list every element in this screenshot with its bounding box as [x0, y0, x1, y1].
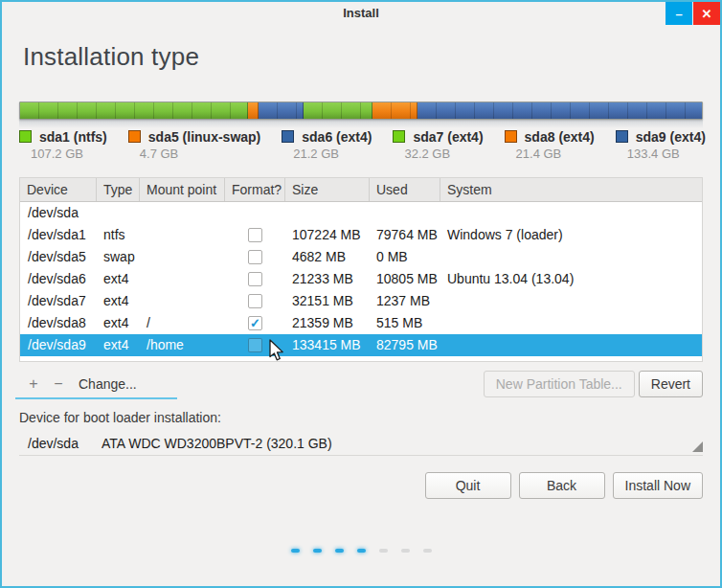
cell-device: /dev/sda6: [20, 268, 97, 290]
cell-size: 4682 MB: [285, 246, 370, 268]
table-row-dev-sda[interactable]: /dev/sda: [20, 202, 702, 224]
cell-type: ext4: [97, 290, 140, 312]
disk-legend: sda1 (ntfs)107.2 GBsda5 (linux-swap)4.7 …: [19, 128, 703, 161]
progress-dot-inactive: [401, 549, 410, 553]
cell-system: [440, 202, 702, 224]
boot-device-description: ATA WDC WD3200BPVT-2 (320.1 GB): [102, 436, 332, 451]
table-row-dev-sda5[interactable]: /dev/sda5swap4682 MB0 MB: [20, 246, 702, 268]
cell-used: 515 MB: [370, 312, 440, 334]
disk-segment-sda8: [372, 102, 418, 119]
table-row-dev-sda1[interactable]: /dev/sda1ntfs107224 MB79764 MBWindows 7 …: [20, 224, 702, 246]
cell-device: /dev/sda: [20, 202, 97, 224]
cell-size: 133415 MB: [285, 334, 370, 356]
boot-device-select[interactable]: /dev/sda ATA WDC WD3200BPVT-2 (320.1 GB): [19, 431, 703, 456]
cell-used: [370, 202, 440, 224]
progress-dot-inactive: [379, 549, 388, 553]
cell-size: 107224 MB: [285, 224, 370, 246]
cell-used: 0 MB: [370, 246, 440, 268]
format-checkbox-unchecked[interactable]: [248, 228, 262, 242]
cell-size: 21233 MB: [285, 268, 370, 290]
cell-system: [440, 334, 702, 356]
column-header-used[interactable]: Used: [370, 178, 440, 201]
back-button[interactable]: Back: [519, 472, 605, 499]
cell-device: /dev/sda9: [20, 334, 97, 356]
legend-size: 32.2 GB: [404, 147, 483, 161]
table-row-dev-sda9[interactable]: /dev/sda9ext4/home133415 MB82795 MB: [20, 334, 702, 356]
legend-size: 133.4 GB: [627, 147, 706, 161]
progress-dot-active: [291, 549, 300, 553]
column-header-type[interactable]: Type: [97, 178, 140, 201]
close-icon: ✕: [702, 8, 712, 20]
legend-item-sda5: sda5 (linux-swap)4.7 GB: [128, 128, 260, 161]
cell-mount-point: [140, 224, 225, 246]
close-button[interactable]: ✕: [693, 2, 720, 25]
column-header-format[interactable]: Format?: [225, 178, 285, 201]
legend-item-sda7: sda7 (ext4)32.2 GB: [393, 128, 483, 161]
cell-mount-point: [140, 246, 225, 268]
progress-dot-active: [335, 549, 344, 553]
change-button[interactable]: Change...: [71, 372, 145, 396]
legend-color-swatch: [282, 130, 294, 143]
cell-used: 82795 MB: [370, 334, 440, 356]
quit-button[interactable]: Quit: [425, 472, 511, 499]
table-row-dev-sda7[interactable]: /dev/sda7ext432151 MB1237 MB: [20, 290, 702, 312]
window-title: Install: [2, 2, 720, 25]
column-header-device[interactable]: Device: [20, 178, 97, 201]
legend-color-swatch: [393, 130, 405, 143]
boot-device-value: /dev/sda: [28, 436, 79, 451]
column-header-mount-point[interactable]: Mount point: [140, 178, 225, 201]
minimize-button[interactable]: –: [666, 2, 692, 25]
legend-size: 21.2 GB: [293, 147, 372, 161]
cell-used: 79764 MB: [370, 224, 440, 246]
format-checkbox-unchecked[interactable]: [248, 294, 262, 308]
cell-type: [97, 202, 140, 224]
format-checkbox-unchecked[interactable]: [248, 338, 262, 352]
cell-used: 1237 MB: [370, 290, 440, 312]
legend-item-sda6: sda6 (ext4)21.2 GB: [282, 128, 372, 161]
format-checkbox-checked[interactable]: ✓: [248, 316, 262, 330]
legend-color-swatch: [616, 130, 628, 143]
progress-dot-active: [313, 549, 322, 553]
cell-format: [225, 224, 285, 246]
cell-system: Windows 7 (loader): [440, 224, 702, 246]
cell-device: /dev/sda1: [20, 224, 97, 246]
cell-system: [440, 290, 702, 312]
cell-format: [225, 202, 285, 224]
legend-item-sda9: sda9 (ext4)133.4 GB: [616, 128, 706, 161]
cell-system: [440, 246, 702, 268]
table-row-dev-sda6[interactable]: /dev/sda6ext421233 MB10805 MBUbuntu 13.0…: [20, 268, 702, 290]
column-header-size[interactable]: Size: [285, 178, 370, 201]
format-checkbox-unchecked[interactable]: [248, 272, 262, 286]
legend-label: sda1 (ntfs): [39, 129, 107, 145]
table-header-row: DeviceTypeMount pointFormat?SizeUsedSyst…: [20, 178, 702, 202]
column-header-system[interactable]: System: [440, 178, 702, 201]
legend-size: 21.4 GB: [516, 147, 595, 161]
disk-usage-bar-wrap: [19, 102, 703, 128]
cell-mount-point: [140, 290, 225, 312]
progress-dot-active: [357, 549, 366, 553]
cell-mount-point: /: [140, 312, 225, 334]
format-checkbox-unchecked[interactable]: [248, 250, 262, 264]
table-row-dev-sda8[interactable]: /dev/sda8ext4/✓21359 MB515 MB: [20, 312, 702, 334]
cell-size: [285, 202, 370, 224]
remove-partition-button[interactable]: −: [46, 372, 71, 396]
disk-segment-sda7: [304, 102, 372, 119]
cell-type: ntfs: [97, 224, 140, 246]
install-now-button[interactable]: Install Now: [613, 472, 703, 499]
cell-mount-point: /home: [140, 334, 225, 356]
minimize-icon: –: [675, 8, 682, 20]
cell-device: /dev/sda5: [20, 246, 97, 268]
cell-type: ext4: [97, 268, 140, 290]
legend-color-swatch: [19, 130, 32, 143]
legend-label: sda8 (ext4): [525, 129, 595, 145]
cell-type: swap: [97, 246, 140, 268]
legend-label: sda5 (linux-swap): [148, 129, 260, 145]
minus-icon: −: [54, 375, 62, 392]
add-partition-button[interactable]: +: [21, 372, 46, 396]
cell-format: [225, 334, 285, 356]
disk-bar-reflection: [19, 120, 703, 128]
cell-format: [225, 268, 285, 290]
cell-format: [225, 290, 285, 312]
revert-button[interactable]: Revert: [639, 371, 703, 397]
new-partition-table-button[interactable]: New Partition Table...: [484, 371, 635, 397]
